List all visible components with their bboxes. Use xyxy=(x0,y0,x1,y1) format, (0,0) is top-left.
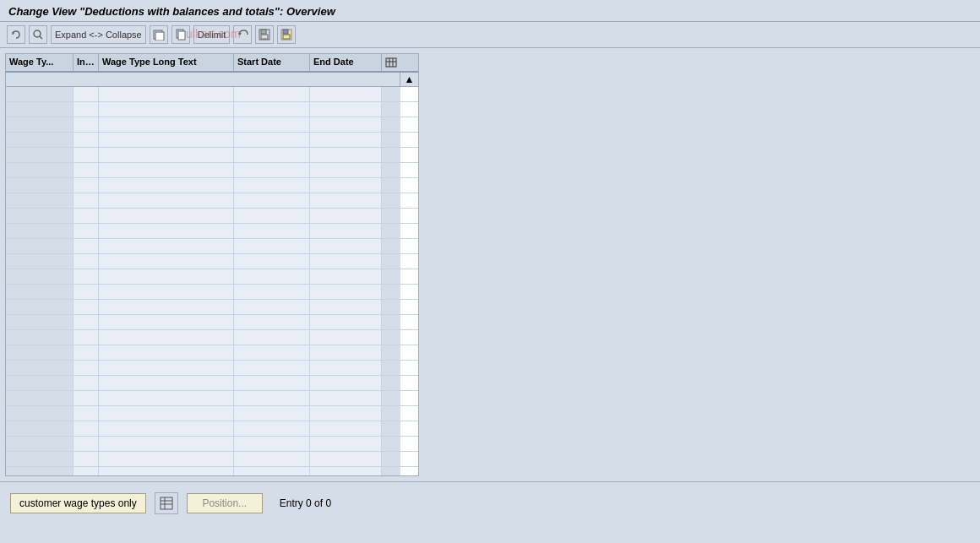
row-num xyxy=(6,300,74,314)
cell-wage-type xyxy=(74,163,99,177)
cell-wage-type xyxy=(74,452,99,466)
main-content: Wage Ty... Inf... Wage Type Long Text St… xyxy=(0,48,980,481)
cell-long-text xyxy=(234,300,310,314)
cell-start-date xyxy=(310,406,382,421)
cell-wage-type xyxy=(74,361,99,375)
cell-wage-type xyxy=(74,102,99,117)
cell-start-date xyxy=(310,87,382,101)
svg-rect-10 xyxy=(261,35,268,39)
table-row xyxy=(6,285,418,300)
table-header: Wage Ty... Inf... Wage Type Long Text St… xyxy=(6,54,418,73)
cell-long-text xyxy=(234,178,310,193)
cell-start-date xyxy=(310,467,382,475)
cell-wage-type xyxy=(74,285,99,299)
table-row xyxy=(6,300,418,315)
cell-start-date xyxy=(310,345,382,360)
row-num xyxy=(6,437,74,451)
col-header-end-date: End Date xyxy=(310,54,382,71)
table-row xyxy=(6,163,418,178)
cell-long-text xyxy=(234,87,310,101)
cell-inf xyxy=(99,163,234,177)
cell-wage-type xyxy=(74,117,99,132)
table-row xyxy=(6,178,418,193)
cell-inf xyxy=(99,452,234,466)
cell-inf xyxy=(99,300,234,314)
cell-wage-type xyxy=(74,391,99,405)
col-header-settings[interactable] xyxy=(382,54,400,71)
cell-start-date xyxy=(310,269,382,284)
cell-end-date xyxy=(382,148,400,162)
table-row xyxy=(6,193,418,209)
cell-end-date xyxy=(382,376,400,390)
expand-collapse-button[interactable]: Expand <-> Collapse xyxy=(51,25,146,44)
new-entries-button[interactable] xyxy=(150,25,168,44)
cell-start-date xyxy=(310,421,382,436)
cell-long-text xyxy=(234,391,310,405)
cell-long-text xyxy=(234,315,310,329)
refresh-button[interactable] xyxy=(233,25,252,44)
cell-long-text xyxy=(234,421,310,436)
row-num xyxy=(6,178,74,193)
cell-long-text xyxy=(234,376,310,390)
refresh-icon xyxy=(237,29,248,41)
row-num xyxy=(6,254,74,269)
find-button[interactable] xyxy=(29,25,47,44)
cell-wage-type xyxy=(74,133,99,147)
undo-button[interactable] xyxy=(7,25,25,44)
copy-button[interactable] xyxy=(172,25,190,44)
undo-icon xyxy=(10,29,22,41)
table-row xyxy=(6,330,418,345)
delimit-button[interactable]: Delimit xyxy=(193,25,231,44)
cell-start-date xyxy=(310,102,382,117)
cell-inf xyxy=(99,330,234,345)
svg-rect-9 xyxy=(261,30,266,34)
table-row xyxy=(6,467,418,475)
row-num xyxy=(6,102,74,117)
cell-inf xyxy=(99,209,234,223)
cell-start-date xyxy=(310,437,382,451)
cell-end-date xyxy=(382,239,400,253)
table-row xyxy=(6,224,418,239)
table-body: ▲ xyxy=(6,73,418,475)
save-icon xyxy=(259,29,270,41)
cell-wage-type xyxy=(74,224,99,238)
cell-wage-type xyxy=(74,209,99,223)
cell-long-text xyxy=(234,102,310,117)
col-header-inf: Inf... xyxy=(74,54,99,71)
cell-long-text xyxy=(234,406,310,421)
cell-wage-type xyxy=(74,254,99,269)
cell-inf xyxy=(99,178,234,193)
local-save-button[interactable] xyxy=(277,25,296,44)
cell-start-date xyxy=(310,163,382,177)
customer-wage-types-button[interactable]: customer wage types only xyxy=(10,493,146,513)
cell-end-date xyxy=(382,285,400,299)
cell-start-date xyxy=(310,300,382,314)
table-small-icon xyxy=(160,497,173,510)
cell-inf xyxy=(99,315,234,329)
save-button[interactable] xyxy=(255,25,274,44)
cell-start-date xyxy=(310,239,382,253)
position-button[interactable]: Position... xyxy=(187,493,263,513)
cell-start-date xyxy=(310,285,382,299)
page-title: Change View "Deductions with balances an… xyxy=(8,5,972,18)
table-icon-button[interactable] xyxy=(155,492,178,514)
cell-wage-type xyxy=(74,300,99,314)
row-num xyxy=(6,361,74,375)
cell-wage-type xyxy=(74,330,99,345)
svg-point-1 xyxy=(34,30,41,37)
cell-inf xyxy=(99,406,234,421)
scroll-up-button[interactable]: ▲ xyxy=(400,73,418,86)
row-num xyxy=(6,117,74,132)
table-row xyxy=(6,87,418,102)
cell-end-date xyxy=(382,300,400,314)
cell-start-date xyxy=(310,376,382,390)
cell-wage-type xyxy=(74,239,99,253)
table-row xyxy=(6,315,418,330)
cell-end-date xyxy=(382,269,400,284)
table-row xyxy=(6,361,418,376)
entry-info: Entry 0 of 0 xyxy=(280,497,331,509)
cell-long-text xyxy=(234,148,310,162)
cell-wage-type xyxy=(74,421,99,436)
row-num xyxy=(6,209,74,223)
copy-icon xyxy=(175,29,187,41)
